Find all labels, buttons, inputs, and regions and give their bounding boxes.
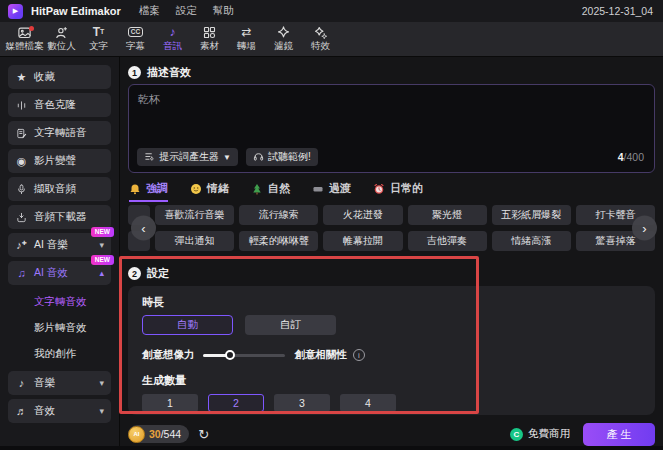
toolbar-effects[interactable]: 特效 bbox=[302, 25, 339, 53]
toolbar-subtitle[interactable]: CC 字幕 bbox=[117, 25, 154, 53]
sidebar-item-ai-music[interactable]: NEW ♪✚ AI 音樂 ▾ bbox=[8, 233, 111, 257]
sidebar-item-voice-changer[interactable]: ◉ 影片變聲 bbox=[8, 149, 111, 173]
chevron-down-icon: ▼ bbox=[223, 153, 231, 162]
chips-scroll-left-button[interactable]: ‹ bbox=[131, 216, 156, 241]
titlebar: ▶ HitPaw Edimakor 檔案 設定 幫助 2025-12-31_04 bbox=[0, 0, 663, 22]
toolbar-digital-human[interactable]: 數位人 bbox=[43, 25, 80, 53]
count-1-button[interactable]: 1 bbox=[142, 394, 198, 412]
tab-emotion[interactable]: 情緒 bbox=[190, 181, 229, 202]
chip[interactable]: 火花迸發 bbox=[323, 205, 402, 225]
filter-icon bbox=[276, 25, 291, 39]
duration-label: 時長 bbox=[142, 295, 641, 310]
effects-icon bbox=[313, 25, 328, 39]
menu-help[interactable]: 幫助 bbox=[209, 4, 238, 18]
commercial-use: C 免費商用 bbox=[510, 427, 570, 441]
new-badge: NEW bbox=[91, 227, 114, 237]
window-bottom-edge bbox=[0, 446, 663, 450]
music-icon: ♪ bbox=[15, 377, 28, 389]
count-4-button[interactable]: 4 bbox=[340, 394, 396, 412]
prompt-generator-button[interactable]: 提示詞產生器 ▼ bbox=[137, 148, 238, 166]
app-title: HitPaw Edimakor bbox=[31, 5, 121, 17]
menu-file[interactable]: 檔案 bbox=[135, 4, 164, 18]
creativity-slider-row: 創意想像力 創意相關性 i bbox=[142, 348, 641, 362]
toolbar-assets[interactable]: 素材 bbox=[191, 25, 228, 53]
step-2-badge: 2 bbox=[128, 267, 141, 280]
text-to-speech-icon bbox=[15, 128, 28, 139]
app-logo-icon: ▶ bbox=[8, 4, 23, 19]
creativity-slider[interactable] bbox=[203, 354, 285, 357]
sidebar-item-text-to-speech[interactable]: 文字轉語音 bbox=[8, 121, 111, 145]
chip[interactable]: 五彩紙屑爆裂 bbox=[492, 205, 571, 225]
chevron-down-icon: ▾ bbox=[99, 240, 104, 250]
slider-handle[interactable] bbox=[225, 350, 235, 360]
headphones-icon bbox=[253, 151, 264, 164]
chip[interactable]: 帷幕拉開 bbox=[323, 231, 402, 251]
bell-icon bbox=[129, 183, 141, 195]
chip[interactable]: 喜歡流行音樂 bbox=[155, 205, 234, 225]
sample-listen-button[interactable]: 試聽範例! bbox=[246, 148, 318, 166]
tab-daily[interactable]: 日常的 bbox=[373, 181, 423, 202]
subtitle-icon: CC bbox=[128, 25, 143, 39]
info-icon[interactable]: i bbox=[353, 349, 365, 361]
menu-settings[interactable]: 設定 bbox=[172, 4, 201, 18]
describe-title: 描述音效 bbox=[147, 65, 191, 80]
credits-pill: AI 30 /544 bbox=[128, 425, 189, 443]
chip[interactable]: 流行線索 bbox=[239, 205, 318, 225]
count-label: 生成數量 bbox=[142, 373, 641, 388]
chip[interactable]: 聚光燈 bbox=[408, 205, 487, 225]
refresh-icon[interactable]: ↻ bbox=[198, 427, 209, 442]
duration-custom-button[interactable]: 自訂 bbox=[245, 315, 336, 335]
chip[interactable]: 彈出通知 bbox=[155, 231, 234, 251]
chip[interactable]: 輕柔的咻咻聲 bbox=[239, 231, 318, 251]
toolbar-text[interactable]: TT 文字 bbox=[80, 25, 117, 53]
sidebar-subitem-video-to-sfx[interactable]: 影片轉音效 bbox=[8, 315, 111, 341]
clip-icon bbox=[312, 183, 324, 195]
ai-music-icon: ♪✚ bbox=[15, 239, 28, 251]
count-2-button[interactable]: 2 bbox=[208, 394, 264, 412]
credits-total: /544 bbox=[161, 428, 181, 440]
count-3-button[interactable]: 3 bbox=[274, 394, 330, 412]
chip[interactable]: 情緒高漲 bbox=[492, 231, 571, 251]
category-tabs: 強調 情緒 自然 過渡 bbox=[128, 181, 655, 201]
step-1-badge: 1 bbox=[128, 66, 141, 79]
sidebar-item-ai-sfx[interactable]: NEW ♫ AI 音效 ▴ bbox=[8, 261, 111, 285]
transition-icon: ⇄ bbox=[241, 25, 251, 39]
coin-icon: AI bbox=[128, 426, 145, 443]
chip[interactable]: 吉他彈奏 bbox=[408, 231, 487, 251]
duration-auto-button[interactable]: 自動 bbox=[142, 315, 233, 335]
sound-description-input[interactable]: 乾杯 提示詞產生器 ▼ 試聽範例! 4 bbox=[128, 84, 655, 173]
sidebar-item-audio-downloader[interactable]: 音頻下載器 bbox=[8, 205, 111, 229]
sidebar-item-extract-audio[interactable]: 擷取音頻 bbox=[8, 177, 111, 201]
suggestion-chips: ‹ › 喜歡流行音樂 流行線索 火花迸發 聚光燈 五彩紙屑爆裂 打卡聲音 彈出通… bbox=[128, 205, 655, 251]
toolbar-audio[interactable]: ♪ 音訊 bbox=[154, 25, 191, 53]
smiley-icon bbox=[190, 183, 202, 195]
describe-section-header: 1 描述音效 bbox=[128, 65, 655, 80]
sidebar-item-music[interactable]: ♪ 音樂 ▾ bbox=[8, 371, 111, 395]
alarm-clock-icon bbox=[373, 183, 385, 195]
app-window: ▶ HitPaw Edimakor 檔案 設定 幫助 2025-12-31_04… bbox=[0, 0, 663, 450]
tab-transition[interactable]: 過渡 bbox=[312, 181, 351, 202]
project-date: 2025-12-31_04 bbox=[582, 5, 653, 17]
sidebar-item-voice-clone[interactable]: 音色克隆 bbox=[8, 93, 111, 117]
generate-button[interactable]: 產生 bbox=[583, 423, 655, 446]
sidebar-item-sound-effects[interactable]: ♬ 音效 ▾ bbox=[8, 399, 111, 423]
chevron-down-icon: ▾ bbox=[99, 378, 104, 388]
toolbar-transition[interactable]: ⇄ 轉場 bbox=[228, 25, 265, 53]
microphone-icon bbox=[15, 184, 28, 195]
commercial-use-label: 免費商用 bbox=[528, 427, 570, 441]
tab-emphasis[interactable]: 強調 bbox=[129, 181, 168, 202]
main-toolbar: 媒體檔案 數位人 TT 文字 CC 字幕 ♪ 音訊 素材 ⇄ 轉場 bbox=[0, 22, 663, 57]
settings-title: 設定 bbox=[147, 266, 169, 281]
toolbar-filter[interactable]: 濾鏡 bbox=[265, 25, 302, 53]
sidebar-subitem-text-to-sfx[interactable]: 文字轉音效 bbox=[8, 289, 111, 315]
sidebar-item-favorites[interactable]: ★ 收藏 bbox=[8, 65, 111, 89]
voice-clone-icon bbox=[15, 100, 28, 111]
tab-nature[interactable]: 自然 bbox=[251, 181, 290, 202]
chips-scroll-right-button[interactable]: › bbox=[632, 216, 657, 241]
notification-dot bbox=[29, 26, 34, 31]
ai-sfx-icon: ♫ bbox=[15, 267, 28, 279]
new-badge: NEW bbox=[91, 255, 114, 265]
toolbar-media-files[interactable]: 媒體檔案 bbox=[6, 25, 43, 53]
credits-used: 30 bbox=[149, 428, 161, 440]
sidebar-subitem-my-creations[interactable]: 我的創作 bbox=[8, 341, 111, 367]
